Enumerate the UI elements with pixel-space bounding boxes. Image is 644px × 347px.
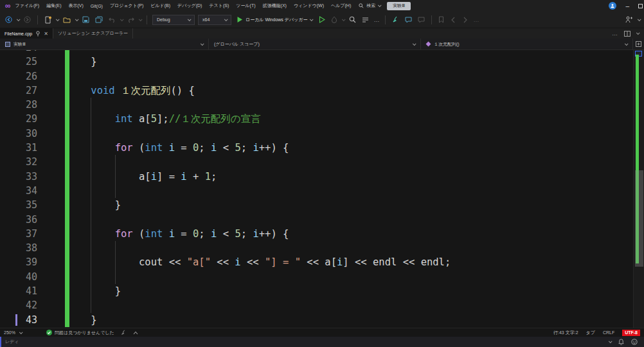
account-avatar[interactable] — [609, 2, 616, 10]
breakpoint-margin[interactable] — [0, 84, 26, 98]
code-text[interactable]: } — [67, 284, 121, 298]
breakpoint-margin[interactable] — [0, 298, 26, 312]
code-line-43[interactable]: 43 } — [0, 313, 633, 327]
previous-bookmark-button[interactable] — [449, 14, 458, 26]
chevron-down-icon[interactable] — [342, 17, 346, 21]
collapse-panel-button[interactable] — [133, 331, 138, 335]
code-line-30[interactable]: 30 — [0, 127, 633, 141]
redo-button[interactable] — [126, 14, 136, 26]
chevron-down-icon[interactable] — [120, 17, 124, 21]
breakpoint-margin[interactable] — [0, 198, 26, 212]
code-cleanup-button[interactable] — [391, 14, 400, 26]
minimize-button[interactable]: – — [625, 3, 629, 10]
menu-item-1[interactable]: 編集(E) — [46, 3, 61, 9]
start-without-debugging-button[interactable] — [318, 14, 326, 26]
breakpoint-margin[interactable] — [0, 141, 26, 155]
close-icon[interactable]: ✕ — [44, 31, 48, 37]
save-button[interactable] — [81, 14, 91, 26]
breakpoint-margin[interactable] — [0, 112, 26, 126]
tab-filename-cpp[interactable]: FileName.cpp ✕ — [0, 28, 53, 39]
undo-button[interactable] — [107, 14, 117, 26]
code-text[interactable]: } — [67, 55, 97, 69]
hot-reload-button[interactable] — [330, 14, 339, 26]
encoding-badge[interactable]: UTF-8 — [622, 330, 640, 336]
menu-item-4[interactable]: プロジェクト(P) — [110, 3, 143, 9]
document-health-status[interactable]: 問題は見つかりませんでした — [46, 330, 114, 336]
chevron-down-icon[interactable] — [609, 339, 613, 343]
zoom-dropdown[interactable]: 250% — [4, 330, 37, 335]
pin-icon[interactable] — [35, 31, 40, 37]
chevron-down-icon[interactable] — [378, 3, 382, 7]
code-line-39[interactable]: 39 cout << "a[" << i << "] = " << a[i] <… — [0, 255, 633, 269]
code-line-29[interactable]: 29 int a[5];//１次元配列の宣言 — [0, 112, 633, 126]
live-share-button[interactable] — [624, 14, 634, 26]
breakpoint-margin[interactable] — [0, 50, 26, 55]
project-dropdown[interactable]: 実験Ⅲ — [0, 39, 209, 49]
code-line-34[interactable]: 34 — [0, 184, 633, 198]
bell-icon[interactable] — [618, 339, 624, 345]
split-window-icon[interactable] — [624, 31, 631, 37]
breakpoint-margin[interactable] — [0, 98, 26, 112]
line-ending[interactable]: CRLF — [603, 330, 614, 335]
save-all-button[interactable] — [94, 14, 104, 26]
chevron-down-icon[interactable] — [75, 17, 79, 21]
code-text[interactable]: } — [67, 313, 97, 327]
code-line-38[interactable]: 38 — [0, 241, 633, 255]
solution-name-badge[interactable]: 実験Ⅲ — [387, 2, 411, 10]
menu-item-10[interactable]: ウィンドウ(W) — [294, 3, 324, 9]
code-cleanup-status-button[interactable] — [121, 330, 127, 335]
menu-item-7[interactable]: テスト(S) — [209, 3, 229, 9]
code-text[interactable]: int a[5];//１次元配列の宣言 — [67, 112, 261, 126]
add-comment-button[interactable] — [404, 14, 413, 26]
next-bookmark-button[interactable] — [461, 14, 470, 26]
new-file-button[interactable] — [43, 14, 53, 26]
breakpoint-margin[interactable] — [0, 227, 26, 241]
scrollbar-thumb[interactable] — [635, 170, 643, 267]
code-line-31[interactable]: 31 for (int i = 0; i < 5; i++) { — [0, 141, 633, 155]
cursor-position[interactable]: 行:43 文字:2 — [553, 330, 578, 336]
breakpoint-margin[interactable] — [0, 69, 26, 84]
breakpoint-margin[interactable] — [0, 127, 26, 141]
navigate-forward-button[interactable] — [22, 14, 32, 26]
search-box[interactable]: 検索 — [359, 3, 380, 9]
menu-item-8[interactable]: ツール(T) — [236, 3, 255, 9]
menu-item-6[interactable]: デバッグ(D) — [177, 3, 202, 9]
feedback-icon[interactable] — [631, 339, 638, 345]
menu-item-11[interactable]: ヘルプ(H) — [331, 3, 351, 9]
code-line-37[interactable]: 37 for (int i = 0; i < 5; i++) { — [0, 227, 633, 241]
code-text[interactable]: for (int i = 0; i < 5; i++) { — [67, 227, 289, 241]
menu-item-3[interactable]: Git(G) — [91, 4, 103, 8]
breakpoint-margin[interactable] — [0, 184, 26, 198]
bookmark-button[interactable] — [437, 14, 445, 26]
chevron-down-icon[interactable] — [56, 17, 60, 21]
remove-comment-button[interactable] — [416, 14, 426, 26]
code-line-36[interactable]: 36 — [0, 213, 633, 227]
code-text[interactable]: } — [67, 198, 121, 212]
vertical-scrollbar[interactable] — [633, 50, 644, 328]
breakpoint-margin[interactable] — [0, 170, 26, 184]
start-debugging-button[interactable]: ローカル Windows デバッガー — [235, 16, 314, 23]
indent-mode[interactable]: タブ — [586, 330, 595, 336]
code-editor[interactable]: 2425 }2627 void １次元配列() {2829 int a[5];/… — [0, 50, 644, 328]
toolbar-overflow-button[interactable]: … — [473, 17, 479, 23]
code-text[interactable]: for (int i = 0; i < 5; i++) { — [67, 141, 289, 155]
tab-solution-explorer[interactable]: ソリューション エクスプローラー — [53, 28, 133, 39]
watch-list-button[interactable] — [361, 14, 370, 26]
breakpoint-margin[interactable] — [0, 55, 26, 69]
menu-item-9[interactable]: 拡張機能(X) — [263, 3, 287, 9]
code-line-26[interactable]: 26 — [0, 69, 633, 84]
code-text[interactable]: void １次元配列() { — [67, 84, 195, 98]
code-line-25[interactable]: 25 } — [0, 55, 633, 69]
chevron-down-icon[interactable] — [139, 17, 143, 21]
scope-dropdown[interactable]: (グローバル スコープ) — [209, 39, 421, 49]
solution-configuration-dropdown[interactable]: Debug — [152, 15, 195, 25]
toolbar-overflow-button[interactable]: … — [373, 17, 380, 23]
breakpoint-margin[interactable] — [0, 213, 26, 227]
open-file-button[interactable] — [62, 14, 72, 26]
code-text[interactable]: cout << "a[" << i << "] = " << a[i] << e… — [67, 255, 451, 269]
breakpoint-margin[interactable] — [0, 270, 26, 284]
code-line-35[interactable]: 35 } — [0, 198, 633, 212]
breakpoint-margin[interactable] — [0, 284, 26, 298]
chevron-down-icon[interactable] — [638, 17, 641, 21]
code-line-41[interactable]: 41 } — [0, 284, 633, 298]
